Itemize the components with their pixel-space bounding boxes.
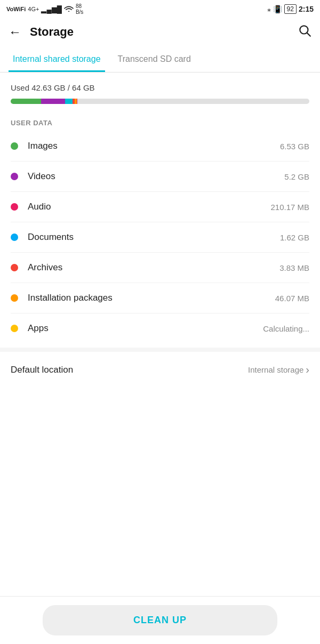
bottom-spacer: [0, 388, 320, 436]
default-location-text: Internal storage: [248, 365, 303, 374]
default-location-label: Default location: [11, 365, 73, 375]
status-right: ⁎ 📳 92 2:15: [267, 4, 314, 14]
time-display: 2:15: [299, 5, 314, 13]
storage-item[interactable]: Videos5.2 GB: [11, 162, 309, 192]
storage-bar: [11, 99, 309, 104]
category-size: 46.07 MB: [275, 294, 309, 303]
svg-line-1: [307, 33, 310, 36]
header-left: ← Storage: [4, 22, 74, 42]
vowifi-icon: VoWiFi: [6, 6, 26, 12]
speed-indicator: 88B/s: [76, 3, 83, 15]
category-dot: [11, 294, 18, 302]
page-title: Storage: [30, 25, 74, 39]
storage-item[interactable]: AppsCalculating...: [11, 313, 309, 343]
category-name: Archives: [28, 262, 279, 273]
storage-item[interactable]: Images6.53 GB: [11, 131, 309, 162]
storage-item[interactable]: Audio210.17 MB: [11, 192, 309, 222]
category-name: Documents: [28, 232, 280, 243]
tab-sd-card[interactable]: Transcend SD card: [114, 47, 195, 72]
category-name: Audio: [28, 202, 270, 212]
status-bar: VoWiFi 4G+ ▂▄▆█ 88B/s ⁎ 📳 92 2:15: [0, 0, 320, 17]
storage-info: Used 42.63 GB / 64 GB: [0, 73, 320, 108]
category-name: Apps: [28, 323, 263, 334]
category-name: Videos: [28, 171, 284, 182]
header: ← Storage: [0, 17, 320, 47]
default-location-value: Internal storage ›: [248, 364, 309, 376]
chevron-right-icon: ›: [306, 364, 309, 376]
category-dot: [11, 234, 18, 241]
wifi-icon: [64, 5, 74, 14]
category-dot: [11, 325, 18, 332]
category-size: Calculating...: [263, 324, 309, 333]
signal-icon: ▂▄▆█: [41, 5, 61, 13]
default-location[interactable]: Default location Internal storage ›: [0, 348, 320, 388]
category-size: 1.62 GB: [280, 233, 309, 242]
tab-internal-storage[interactable]: Internal shared storage: [9, 47, 105, 72]
storage-list: Images6.53 GBVideos5.2 GBAudio210.17 MBD…: [0, 131, 320, 343]
search-icon[interactable]: [298, 23, 311, 41]
category-name: Installation packages: [28, 293, 275, 303]
user-data-label: USER DATA: [0, 108, 320, 131]
storage-item[interactable]: Documents1.62 GB: [11, 222, 309, 253]
tab-bar: Internal shared storage Transcend SD car…: [0, 47, 320, 73]
category-size: 3.83 MB: [279, 263, 309, 272]
category-dot: [11, 173, 18, 180]
category-size: 5.2 GB: [284, 172, 309, 181]
category-name: Images: [28, 141, 280, 151]
storage-used-text: Used 42.63 GB / 64 GB: [11, 83, 309, 92]
vibrate-icon: 📳: [273, 5, 282, 13]
back-button[interactable]: ←: [4, 22, 26, 42]
category-size: 210.17 MB: [270, 203, 309, 212]
cleanup-button[interactable]: CLEAN UP: [43, 605, 277, 635]
bluetooth-icon: ⁎: [267, 5, 271, 13]
storage-item[interactable]: Archives3.83 MB: [11, 253, 309, 283]
category-size: 6.53 GB: [280, 142, 309, 151]
battery-indicator: 92: [284, 4, 297, 14]
category-dot: [11, 264, 18, 271]
category-dot: [11, 142, 18, 150]
network-icon: 4G+: [28, 6, 39, 12]
category-dot: [11, 203, 18, 211]
status-left: VoWiFi 4G+ ▂▄▆█ 88B/s: [6, 3, 83, 15]
cleanup-bar: CLEAN UP: [0, 596, 320, 644]
storage-item[interactable]: Installation packages46.07 MB: [11, 283, 309, 313]
